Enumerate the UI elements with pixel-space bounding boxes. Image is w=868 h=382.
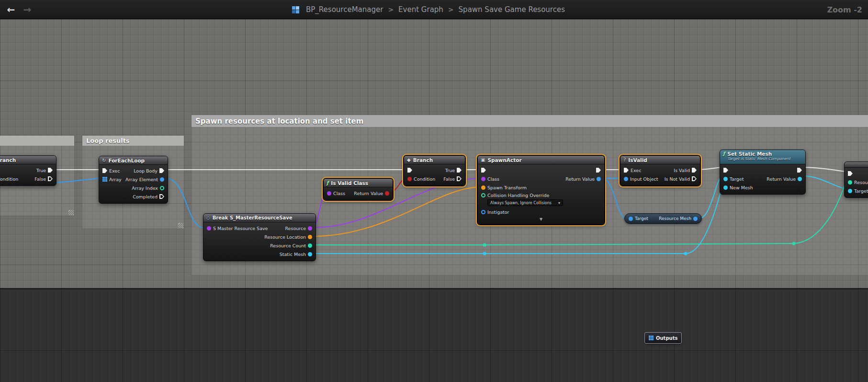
node-header[interactable]: ◆ Branch <box>0 156 56 164</box>
question-icon: ? <box>623 157 626 162</box>
breadcrumb-event-graph[interactable]: Event Graph <box>398 5 443 14</box>
pin-true[interactable]: True <box>36 168 53 173</box>
pin-resource[interactable]: Resource <box>848 180 868 185</box>
pin-is-valid[interactable]: Is Valid <box>674 168 697 173</box>
pin-target[interactable]: Target <box>848 188 868 194</box>
breadcrumb-current[interactable]: Spawn Save Game Resources <box>459 5 565 14</box>
node-foreachloop[interactable]: ↻ ForEachLoop Exec Loop Body Array <box>99 156 168 204</box>
node-header[interactable] <box>845 162 868 168</box>
pin-instigator[interactable]: Instigator <box>481 209 509 215</box>
node-header[interactable]: ? IsValid <box>620 156 700 164</box>
outputs-icon <box>649 336 654 340</box>
wire-int <box>485 243 794 245</box>
exec-pin-icon <box>48 168 53 173</box>
pin-resource-mesh-out[interactable]: Resource Mesh <box>659 216 698 221</box>
object-pin-icon <box>160 177 164 182</box>
object-pin-icon <box>624 177 628 181</box>
pin-resource-count[interactable]: Resource Count <box>270 243 312 248</box>
mesh-pin-icon <box>798 177 802 181</box>
exec-pin-icon <box>457 176 462 181</box>
node-get-resource-mesh[interactable]: Target Resource Mesh <box>624 213 702 224</box>
exec-pin-icon <box>797 168 802 173</box>
pin-false[interactable]: False <box>34 176 53 182</box>
node-branch[interactable]: ◆ Branch True Condition False <box>404 155 465 186</box>
node-title: Break S_MasterResourceSave <box>213 215 293 220</box>
collapse-pins-button[interactable]: ▼ <box>478 216 604 222</box>
pin-is-not-valid[interactable]: Is Not Valid <box>665 176 697 182</box>
pin-exec-out[interactable] <box>596 168 601 173</box>
pin-static-mesh[interactable]: Static Mesh <box>280 252 312 257</box>
node-header[interactable]: ƒ Is Valid Class <box>324 179 393 187</box>
exec-pin-icon <box>848 171 853 176</box>
pin-return-value[interactable]: Return Value <box>565 176 601 182</box>
back-button[interactable]: ← <box>5 3 17 16</box>
node-partial-right[interactable]: Resource Target <box>844 162 868 198</box>
pin-target[interactable]: Target <box>723 176 744 182</box>
breadcrumb-separator-icon: > <box>448 6 454 13</box>
node-header[interactable]: ◇ Break S_MasterResourceSave <box>203 214 316 222</box>
node-subtitle: Target is Static Mesh Component <box>727 157 790 161</box>
pin-array-element[interactable]: Array Element <box>125 177 164 182</box>
exec-pin-icon <box>481 168 486 173</box>
node-title: Set Static Mesh <box>727 151 790 157</box>
exec-pin-icon <box>457 168 462 173</box>
pin-array[interactable]: Array <box>102 177 122 182</box>
pin-struct-in[interactable]: S Master Resource Save <box>207 226 268 231</box>
node-break-struct[interactable]: ◇ Break S_MasterResourceSave S Master Re… <box>203 213 316 261</box>
loop-icon: ↻ <box>102 158 106 163</box>
pin-exec-in[interactable] <box>723 168 728 173</box>
node-header[interactable]: ƒ Set Static Mesh Target is Static Mesh … <box>720 150 805 164</box>
node-outputs[interactable]: Outputs <box>645 333 681 343</box>
pin-return-value[interactable]: Return Value <box>354 191 389 196</box>
pin-input-object[interactable]: Input Object <box>624 176 658 182</box>
pin-new-mesh[interactable]: New Mesh <box>723 185 753 190</box>
node-title: Branch <box>0 157 16 163</box>
node-spawn-actor[interactable]: ▣ SpawnActor Class Return Value <box>477 155 605 225</box>
pin-array-index[interactable]: Array Index <box>132 185 164 191</box>
pin-exec-in[interactable]: Exec <box>624 168 641 173</box>
node-header[interactable]: ↻ ForEachLoop <box>99 156 168 165</box>
pin-condition[interactable]: Condition <box>0 176 18 182</box>
reroute-node[interactable] <box>483 243 486 247</box>
enum-pin-icon <box>481 193 485 197</box>
reroute-node[interactable] <box>483 252 486 255</box>
bool-pin-icon <box>385 191 389 196</box>
node-header[interactable]: ◆ Branch <box>404 156 465 164</box>
node-isvalid[interactable]: ? IsValid Exec Is Valid Input Object <box>620 155 700 186</box>
pin-class[interactable]: Class <box>327 191 345 196</box>
object-pin-icon <box>629 217 633 221</box>
pin-resource-location[interactable]: Resource Location <box>264 234 312 240</box>
exec-pin-icon <box>692 176 697 181</box>
wire-object <box>165 178 204 228</box>
pin-completed[interactable]: Completed <box>133 194 164 199</box>
class-pin-icon <box>481 177 485 181</box>
collision-dropdown[interactable]: Always Spawn, Ignore Collisions ▾ <box>487 199 563 206</box>
pin-false[interactable]: False <box>443 176 462 182</box>
node-is-valid-class[interactable]: ƒ Is Valid Class Class Return Value <box>323 178 393 200</box>
pin-condition[interactable]: Condition <box>407 176 435 182</box>
pin-exec-in[interactable]: Exec <box>102 168 120 174</box>
pin-return-value[interactable]: Return Value <box>767 176 802 182</box>
object-pin-icon <box>693 217 698 221</box>
pin-class[interactable]: Class <box>481 176 499 182</box>
node-set-static-mesh[interactable]: ƒ Set Static Mesh Target is Static Mesh … <box>720 150 806 195</box>
pin-spawn-transform[interactable]: Spawn Transform <box>481 185 527 190</box>
pin-collision-override[interactable]: Collision Handling Override <box>481 193 549 198</box>
reroute-node[interactable] <box>684 252 688 255</box>
breadcrumb-root[interactable]: BP_ResourceManager <box>306 5 383 14</box>
pin-resource[interactable]: Resource <box>285 226 312 231</box>
blueprint-icon <box>292 6 299 13</box>
reroute-node[interactable] <box>792 242 796 245</box>
pin-exec-in[interactable] <box>848 171 853 176</box>
exec-pin-icon <box>692 168 697 173</box>
pin-loop-body[interactable]: Loop Body <box>134 168 164 174</box>
node-header[interactable]: ▣ SpawnActor <box>478 156 604 164</box>
pin-target[interactable]: Target <box>629 216 648 221</box>
exec-pin-icon <box>407 168 412 173</box>
pin-true[interactable]: True <box>445 168 462 173</box>
pin-exec-out[interactable] <box>797 168 802 173</box>
pin-exec-in[interactable] <box>407 168 412 173</box>
pin-exec-in[interactable] <box>481 168 486 173</box>
node-branch[interactable]: ◆ Branch True Condition False <box>0 155 56 186</box>
forward-button[interactable]: → <box>21 3 34 16</box>
